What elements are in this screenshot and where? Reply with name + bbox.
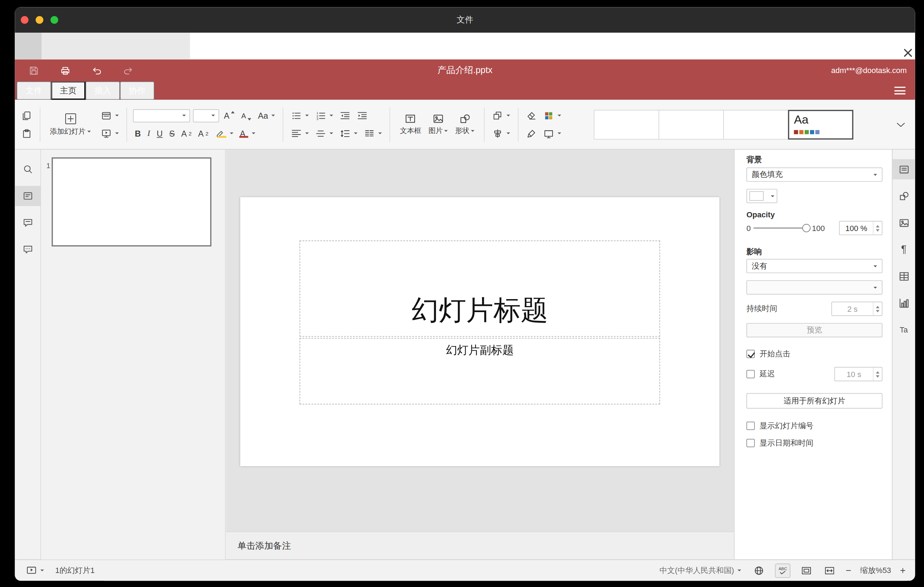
- italic-button[interactable]: I: [146, 126, 152, 140]
- copy-button[interactable]: [20, 109, 34, 123]
- clear-style-button[interactable]: [525, 109, 539, 123]
- increase-indent-button[interactable]: [355, 109, 370, 123]
- insert-image-button[interactable]: 图片: [425, 108, 452, 141]
- paste-button[interactable]: [20, 126, 34, 140]
- highlight-color-button[interactable]: [213, 126, 235, 140]
- comments-panel-button[interactable]: [15, 213, 40, 233]
- decrease-indent-button[interactable]: [338, 109, 353, 123]
- bold-button[interactable]: B: [133, 126, 142, 140]
- insert-textbox-button[interactable]: 文本框: [396, 108, 425, 141]
- strikethrough-button[interactable]: S: [167, 126, 177, 140]
- spinner-up-icon[interactable]: [876, 305, 879, 308]
- theme-option[interactable]: [594, 110, 659, 139]
- undo-button[interactable]: [89, 63, 104, 77]
- set-language-button[interactable]: [752, 563, 766, 577]
- chart-icon: [898, 297, 909, 308]
- spinner-up-icon[interactable]: [876, 371, 879, 373]
- insert-shape-button[interactable]: 形状: [452, 108, 478, 141]
- theme-option[interactable]: [658, 110, 724, 139]
- fill-color-picker[interactable]: [746, 189, 777, 203]
- zoom-out-button[interactable]: −: [846, 566, 851, 575]
- copy-style-button[interactable]: [525, 126, 539, 140]
- slide-layout-button[interactable]: [99, 109, 120, 123]
- increase-font-button[interactable]: A: [222, 109, 237, 123]
- bullets-button[interactable]: [290, 109, 311, 123]
- zoom-window-button[interactable]: [51, 16, 58, 24]
- spinner-down-icon[interactable]: [876, 375, 879, 378]
- slide-thumbnail[interactable]: [51, 157, 211, 246]
- tab-collaboration[interactable]: 协作: [120, 81, 155, 100]
- fit-slide-button[interactable]: [799, 563, 814, 577]
- show-slide-number-checkbox[interactable]: [746, 422, 755, 430]
- arrange-shape-button[interactable]: [491, 109, 512, 123]
- chat-panel-button[interactable]: [15, 239, 40, 260]
- paragraph-settings-button[interactable]: ¶: [893, 239, 915, 260]
- print-button[interactable]: [58, 63, 73, 77]
- start-on-click-checkbox[interactable]: [746, 350, 755, 358]
- start-slideshow-button[interactable]: [99, 126, 120, 140]
- title-placeholder[interactable]: 幻灯片标题: [299, 241, 660, 337]
- add-slide-button[interactable]: 添加幻灯片: [46, 108, 94, 141]
- save-button[interactable]: [27, 63, 41, 77]
- slide-canvas[interactable]: 幻灯片标题 幻灯片副标题: [226, 150, 734, 531]
- spinner-down-icon[interactable]: [876, 229, 879, 231]
- delay-checkbox[interactable]: [746, 370, 755, 378]
- fill-type-select[interactable]: 颜色填充: [746, 167, 882, 182]
- apply-to-all-slides-button[interactable]: 适用于所有幻灯片: [746, 393, 882, 409]
- start-slideshow-status-button[interactable]: [24, 563, 46, 577]
- table-settings-button[interactable]: [893, 266, 915, 287]
- spinner-up-icon[interactable]: [876, 225, 879, 227]
- opacity-spinner[interactable]: 100 %: [839, 221, 882, 235]
- close-window-button[interactable]: [21, 16, 28, 24]
- theme-option-selected[interactable]: Aa: [788, 110, 853, 139]
- theme-gallery-expand-button[interactable]: [896, 122, 906, 127]
- language-selector[interactable]: 中文(中华人民共和国): [658, 563, 743, 577]
- effect-type-select[interactable]: [746, 280, 882, 295]
- slides-panel-button[interactable]: [15, 186, 40, 206]
- horizontal-align-button[interactable]: [290, 126, 311, 140]
- zoom-in-button[interactable]: +: [900, 566, 906, 575]
- notes-area[interactable]: 单击添加备注: [226, 531, 734, 560]
- columns-button[interactable]: [363, 126, 384, 140]
- align-shape-button[interactable]: [491, 126, 512, 140]
- chart-settings-button[interactable]: [893, 293, 915, 313]
- underline-button[interactable]: U: [155, 126, 164, 140]
- theme-option[interactable]: [723, 110, 789, 139]
- change-case-button[interactable]: Aa: [256, 109, 277, 123]
- image-settings-button[interactable]: [893, 213, 915, 233]
- menu-button[interactable]: [894, 87, 906, 94]
- opacity-slider[interactable]: [754, 228, 806, 229]
- show-date-time-checkbox[interactable]: [746, 439, 755, 447]
- slide[interactable]: 幻灯片标题 幻灯片副标题: [240, 197, 719, 466]
- duration-spinner[interactable]: 2 s: [831, 302, 882, 316]
- slide-size-button[interactable]: [542, 126, 563, 140]
- effect-select[interactable]: 没有: [746, 259, 882, 273]
- spellcheck-button[interactable]: ABC: [775, 563, 790, 577]
- delay-spinner[interactable]: 10 s: [835, 367, 883, 381]
- preview-button[interactable]: 预览: [746, 323, 882, 337]
- search-panel-button[interactable]: [15, 159, 40, 180]
- fit-width-button[interactable]: [823, 563, 837, 577]
- subscript-button[interactable]: A2: [196, 126, 210, 140]
- tab-home[interactable]: 主页: [51, 81, 85, 100]
- close-dialog-button[interactable]: [895, 40, 908, 53]
- numbering-button[interactable]: 1 2 3: [314, 109, 335, 123]
- color-scheme-button[interactable]: [542, 109, 563, 123]
- subtitle-placeholder[interactable]: 幻灯片副标题: [299, 338, 660, 404]
- opacity-slider-knob[interactable]: [802, 224, 811, 232]
- font-size-combo[interactable]: [193, 109, 219, 122]
- slide-settings-button[interactable]: [893, 159, 915, 180]
- shape-settings-button[interactable]: [893, 186, 915, 206]
- spinner-down-icon[interactable]: [876, 310, 879, 312]
- vertical-align-button[interactable]: [314, 126, 335, 140]
- minimize-window-button[interactable]: [35, 16, 43, 24]
- font-color-button[interactable]: A: [238, 126, 257, 140]
- superscript-button[interactable]: A2: [180, 126, 193, 140]
- tab-insert[interactable]: 插入: [86, 81, 120, 100]
- decrease-font-button[interactable]: A: [239, 109, 253, 123]
- redo-button[interactable]: [121, 63, 135, 77]
- text-art-settings-button[interactable]: Ta: [893, 320, 915, 340]
- line-spacing-button[interactable]: [338, 126, 360, 140]
- font-name-combo[interactable]: [133, 109, 190, 122]
- tab-file[interactable]: 文件: [16, 81, 51, 100]
